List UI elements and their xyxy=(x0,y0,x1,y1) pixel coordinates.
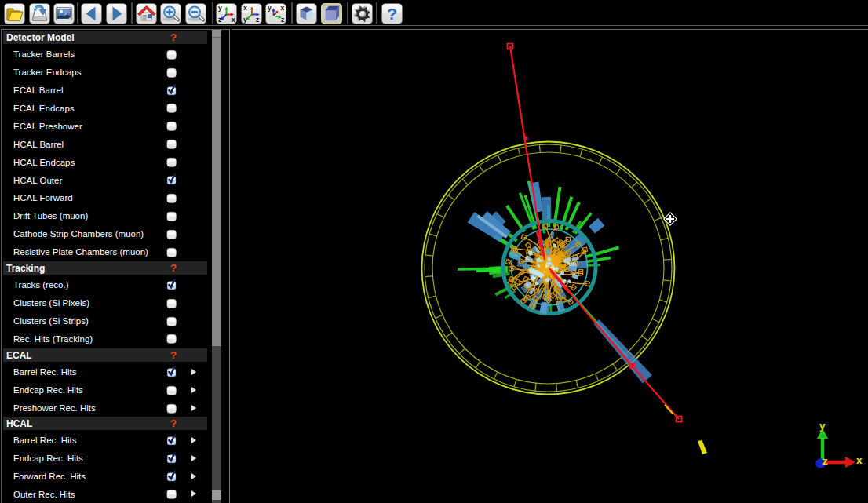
svg-text:z: z xyxy=(822,455,828,467)
svg-text:x: x xyxy=(243,4,247,12)
svg-text:x: x xyxy=(856,454,863,466)
svg-text:y: y xyxy=(268,4,272,12)
svg-text:?: ? xyxy=(387,5,397,23)
svg-text:y: y xyxy=(819,420,826,432)
svg-text:x: x xyxy=(281,4,285,12)
svg-text:z: z xyxy=(256,16,259,24)
svg-text:z: z xyxy=(281,16,284,24)
